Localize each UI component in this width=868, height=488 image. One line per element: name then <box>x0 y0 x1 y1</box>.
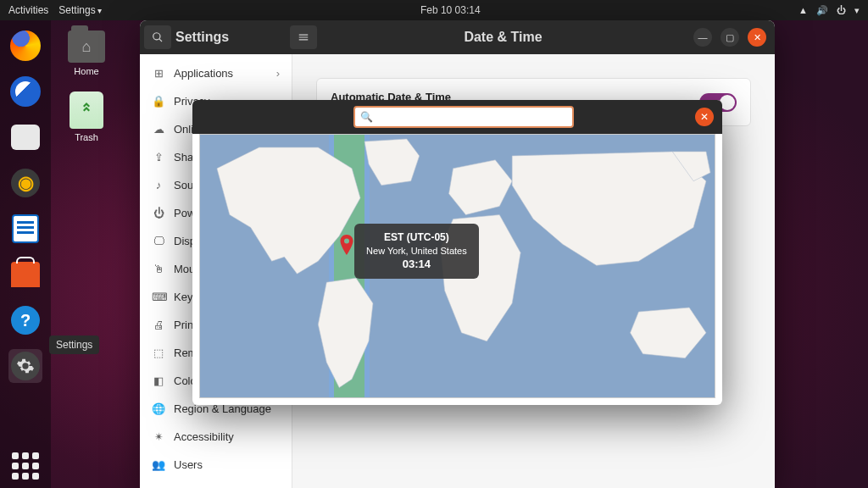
sidebar-item-accessibility[interactable]: ✴Accessibility <box>140 423 292 451</box>
desktop-trash[interactable]: Trash <box>61 92 112 142</box>
header-search-button[interactable] <box>144 25 171 49</box>
chevron-right-icon: › <box>276 67 280 80</box>
files-icon <box>11 125 40 150</box>
sidebar-item-icon: ⌨ <box>152 291 165 303</box>
sidebar-item-icon: ⊞ <box>152 67 165 80</box>
sidebar-item-icon: ✴ <box>152 430 165 443</box>
dock-software[interactable] <box>8 258 42 291</box>
dock-thunderbird[interactable] <box>8 75 42 108</box>
settings-icon <box>11 352 40 380</box>
thunderbird-icon <box>10 76 41 107</box>
firefox-icon <box>10 30 41 61</box>
window-minimize-button[interactable]: — <box>693 28 712 47</box>
desktop-trash-label: Trash <box>61 132 112 142</box>
header-menu-button[interactable] <box>290 25 317 49</box>
network-icon[interactable]: ▲ <box>798 5 808 15</box>
sidebar-item-users[interactable]: 👥Users <box>140 451 292 479</box>
search-icon <box>152 31 164 43</box>
ubuntu-software-icon <box>11 262 40 287</box>
timezone-tooltip-location: New York, United States <box>366 246 467 256</box>
dock-settings[interactable] <box>8 349 42 383</box>
sidebar-item-icon: ⇪ <box>152 151 165 164</box>
timezone-tooltip-time: 03:14 <box>403 258 431 270</box>
dock: ◉ ? <box>0 20 51 488</box>
window-close-button[interactable]: ✕ <box>748 28 766 47</box>
sidebar-item-applications[interactable]: ⊞Applications› <box>140 59 292 87</box>
power-icon[interactable]: ⏻ <box>837 5 846 15</box>
app-menu[interactable]: Settings <box>58 4 102 16</box>
dock-help[interactable]: ? <box>8 303 42 337</box>
header-page-title: Date & Time <box>321 30 685 45</box>
show-applications-button[interactable] <box>10 451 41 481</box>
desktop-home[interactable]: ⌂ Home <box>61 30 112 76</box>
volume-icon[interactable]: 🔊 <box>816 5 828 16</box>
window-maximize-button[interactable]: ▢ <box>721 28 739 47</box>
timezone-search-input[interactable] <box>378 111 567 123</box>
sidebar-item-icon: ⬚ <box>152 347 165 359</box>
rhythmbox-icon: ◉ <box>11 169 40 197</box>
libreoffice-writer-icon <box>12 214 39 243</box>
dock-rhythmbox[interactable]: ◉ <box>8 166 42 200</box>
search-icon: 🔍 <box>360 111 373 123</box>
timezone-search-field[interactable]: 🔍 <box>353 106 574 128</box>
timezone-dialog: 🔍 ✕ <box>192 100 722 405</box>
dock-firefox[interactable] <box>8 29 42 63</box>
home-folder-icon: ⌂ <box>68 30 105 63</box>
header-sidebar-title: Settings <box>175 30 286 45</box>
dock-files[interactable] <box>8 120 42 154</box>
dock-tooltip: Settings <box>49 336 99 354</box>
sidebar-item-label: Users <box>174 458 203 471</box>
gnome-top-bar: Activities Settings Feb 10 03:14 ▲ 🔊 ⏻ ▾ <box>0 0 868 20</box>
settings-headerbar: Settings Date & Time — ▢ ✕ <box>140 20 775 54</box>
activities-button[interactable]: Activities <box>8 4 48 16</box>
sidebar-item-icon: ⏻ <box>152 207 165 219</box>
timezone-dialog-close-button[interactable]: ✕ <box>695 108 714 126</box>
timezone-tooltip: EST (UTC-05) New York, United States 03:… <box>354 224 479 279</box>
sidebar-item-icon: ♪ <box>152 179 165 191</box>
sidebar-item-icon: ◧ <box>152 374 165 387</box>
sidebar-item-icon: ☁ <box>152 123 165 136</box>
sidebar-item-icon: 🌐 <box>152 402 165 415</box>
desktop-icons: ⌂ Home Trash <box>61 30 112 142</box>
sidebar-item-icon: 🔒 <box>152 95 165 108</box>
sidebar-item-icon: 🖱 <box>152 263 165 275</box>
timezone-map[interactable]: EST (UTC-05) New York, United States 03:… <box>199 134 715 398</box>
sidebar-item-label: Applications <box>174 67 233 80</box>
desktop-home-label: Home <box>61 66 112 76</box>
timezone-dialog-header: 🔍 ✕ <box>192 100 722 134</box>
sidebar-item-label: Accessibility <box>174 430 234 443</box>
help-icon: ? <box>11 306 40 335</box>
sidebar-item-icon: 🖨 <box>152 319 165 331</box>
trash-icon <box>70 92 103 129</box>
dock-libreoffice[interactable] <box>8 212 42 246</box>
sidebar-item-icon: 🖵 <box>152 235 165 247</box>
hamburger-icon <box>298 31 309 43</box>
system-menu-chevron-icon[interactable]: ▾ <box>854 5 860 16</box>
clock[interactable]: Feb 10 03:14 <box>102 4 798 16</box>
timezone-tooltip-tz: EST (UTC-05) <box>384 231 449 243</box>
sidebar-item-icon: 👥 <box>152 458 165 471</box>
